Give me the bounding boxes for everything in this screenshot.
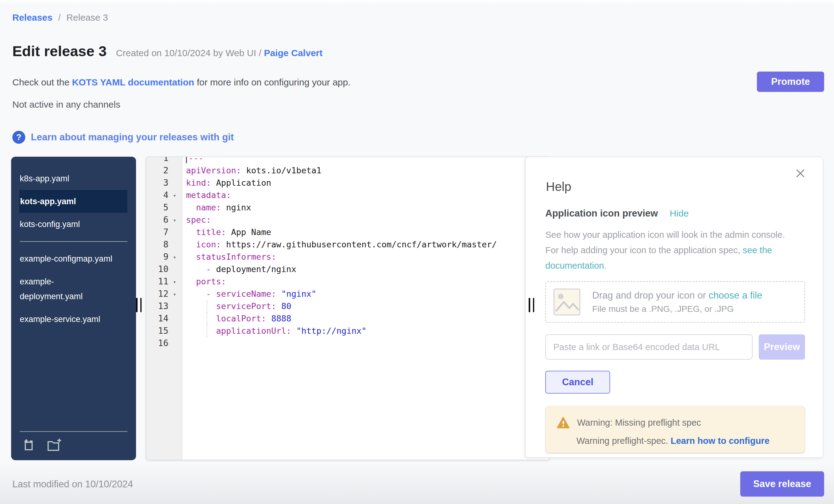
- docs-pre: Check out the: [12, 77, 72, 87]
- editor-line-16: 16: [146, 337, 549, 349]
- code-text: kind: Application: [182, 177, 549, 189]
- fold-spacer: [169, 165, 181, 177]
- editor-line-2: 2apiVersion: kots.io/v1beta1: [146, 165, 549, 177]
- editor-line-11: 11▾ ports:: [146, 276, 549, 288]
- git-help-row[interactable]: ? Learn about managing your releases wit…: [12, 131, 234, 144]
- add-folder-button[interactable]: [46, 438, 62, 452]
- breadcrumb-separator: /: [58, 12, 61, 23]
- breadcrumb-current: Release 3: [66, 12, 108, 23]
- fold-spacer: [169, 263, 181, 276]
- file-tree-item-example-configmap.yaml[interactable]: example-configmap.yaml: [11, 247, 120, 270]
- editor-line-6: 6▾spec:: [146, 214, 549, 226]
- code-text: ---: [182, 157, 549, 165]
- line-number: 5: [146, 201, 169, 214]
- icon-url-row: Preview: [545, 334, 805, 360]
- warning-box: Warning: Missing preflight spec Warning …: [545, 406, 805, 453]
- choose-file-link[interactable]: choose a file: [708, 290, 762, 301]
- editor-line-12: 12▾ - serviceName: "nginx": [146, 288, 549, 300]
- page-title: Edit release 3: [12, 43, 107, 60]
- learn-configure-link[interactable]: Learn how to configure: [671, 436, 770, 446]
- question-circle-icon: ?: [12, 131, 25, 144]
- editor-line-9: 9▾ statusInformers:: [146, 251, 549, 263]
- fold-arrow-icon[interactable]: ▾: [169, 189, 181, 201]
- file-tree-item-example-deployment.yaml[interactable]: example-deployment.yaml: [11, 270, 120, 308]
- cancel-button[interactable]: Cancel: [545, 371, 610, 394]
- code-text: icon: https://raw.githubusercontent.com/…: [182, 238, 549, 251]
- kots-docs-link[interactable]: KOTS YAML documentation: [72, 77, 194, 87]
- fold-spacer: [169, 238, 181, 251]
- file-tree-item-k8s-app.yaml[interactable]: k8s-app.yaml: [11, 167, 120, 190]
- title-row: Edit release 3 Created on 10/10/2024 by …: [12, 43, 323, 60]
- file-tree-item-example-service.yaml[interactable]: example-service.yaml: [11, 308, 120, 331]
- editor-line-4: 4▾metadata:: [146, 189, 549, 201]
- icon-dropzone[interactable]: Drag and drop your icon or choose a file…: [545, 281, 805, 323]
- line-number: 1: [146, 157, 169, 165]
- line-number: 4: [146, 189, 169, 201]
- code-text: servicePort: 80: [182, 300, 549, 312]
- dropzone-line2: File must be a .PNG, .JPEG, or .JPG: [592, 304, 762, 314]
- editor-line-7: 7 title: App Name: [146, 226, 549, 238]
- section-title: Application icon preview: [545, 208, 658, 219]
- file-tree-list: k8s-app.yamlkots-app.yamlkots-config.yam…: [11, 167, 136, 331]
- code-text: spec:: [182, 214, 549, 226]
- code-editor[interactable]: 1---2apiVersion: kots.io/v1beta13kind: A…: [146, 157, 550, 460]
- code-text: title: App Name: [182, 226, 549, 238]
- breadcrumb: Releases / Release 3: [12, 12, 108, 23]
- preview-button[interactable]: Preview: [759, 334, 805, 360]
- fold-arrow-icon[interactable]: ▾: [169, 214, 181, 226]
- fold-spacer: [169, 312, 181, 325]
- line-number: 12: [146, 288, 169, 300]
- help-paragraph: See how your application icon will look …: [545, 227, 789, 273]
- created-label: Created on 10/10/2024 by Web UI /: [116, 48, 261, 58]
- line-number: 3: [146, 177, 169, 189]
- fold-spacer: [169, 226, 181, 238]
- editor-line-5: 5 name: nginx: [146, 201, 549, 214]
- code-text: metadata:: [182, 189, 549, 201]
- git-link[interactable]: Learn about managing your releases with …: [31, 132, 234, 143]
- code-lines: 1---2apiVersion: kots.io/v1beta13kind: A…: [146, 157, 549, 349]
- editor-line-3: 3kind: Application: [146, 177, 549, 189]
- author-link[interactable]: Paige Calvert: [264, 48, 323, 58]
- channel-status: Not active in any channels: [12, 99, 120, 110]
- docs-post: for more info on configuring your app.: [194, 77, 351, 87]
- resize-handle-left[interactable]: [136, 298, 141, 312]
- add-file-button[interactable]: [22, 438, 36, 452]
- line-number: 16: [146, 337, 169, 349]
- file-tree: k8s-app.yamlkots-app.yamlkots-config.yam…: [11, 157, 136, 460]
- file-tree-item-kots-config.yaml[interactable]: kots-config.yaml: [11, 213, 120, 236]
- code-text: apiVersion: kots.io/v1beta1: [182, 165, 549, 177]
- icon-url-input[interactable]: [545, 334, 752, 360]
- docs-line: Check out the KOTS YAML documentation fo…: [12, 77, 351, 88]
- breadcrumb-link-releases[interactable]: Releases: [12, 12, 52, 23]
- line-number: 2: [146, 165, 169, 177]
- save-release-button[interactable]: Save release: [740, 471, 824, 497]
- created-text: Created on 10/10/2024 by Web UI / Paige …: [116, 48, 323, 58]
- line-number: 14: [146, 312, 169, 325]
- code-text: name: nginx: [182, 201, 549, 214]
- warning-detail-text: Warning preflight-spec.: [576, 436, 671, 446]
- hide-link[interactable]: Hide: [670, 208, 689, 219]
- dropzone-line1: Drag and drop your icon or: [592, 290, 708, 301]
- file-tree-item-kots-app.yaml[interactable]: kots-app.yaml: [19, 190, 127, 213]
- editor-line-15: 15 applicationUrl: "http://nginx": [146, 325, 549, 337]
- fold-arrow-icon[interactable]: ▾: [169, 251, 181, 263]
- file-tree-divider: [20, 241, 127, 242]
- line-number: 10: [146, 263, 169, 276]
- fold-arrow-icon[interactable]: ▾: [169, 276, 181, 288]
- fold-arrow-icon[interactable]: ▾: [169, 288, 181, 300]
- line-number: 9: [146, 251, 169, 263]
- icon-preview-section: Application icon preview Hide: [545, 208, 805, 219]
- close-icon[interactable]: [795, 168, 806, 179]
- promote-button[interactable]: Promote: [757, 71, 824, 92]
- fold-spacer: [169, 157, 181, 165]
- editor-line-14: 14 localPort: 8888: [146, 312, 549, 325]
- fold-spacer: [169, 300, 181, 312]
- file-tree-footer: [20, 431, 127, 460]
- fold-spacer: [169, 325, 181, 337]
- help-title: Help: [546, 180, 805, 194]
- resize-handle-right[interactable]: [529, 298, 534, 312]
- last-modified-text: Last modified on 10/10/2024: [12, 479, 133, 490]
- line-number: 13: [146, 300, 169, 312]
- code-text: localPort: 8888: [182, 312, 549, 325]
- code-text: applicationUrl: "http://nginx": [182, 325, 549, 337]
